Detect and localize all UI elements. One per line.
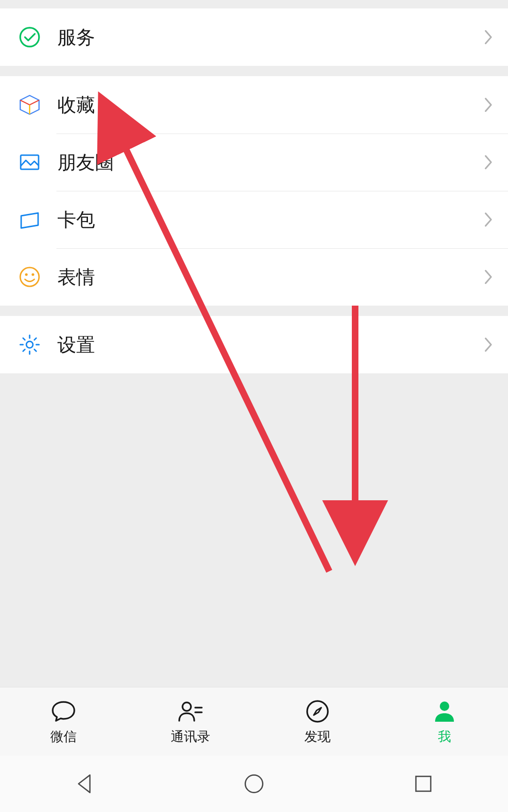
chevron-right-icon: [484, 336, 494, 354]
svg-rect-20: [416, 776, 431, 791]
person-icon: [431, 698, 458, 725]
gallery-icon: [18, 150, 41, 174]
row-cards[interactable]: 卡包: [0, 191, 508, 248]
services-icon: [18, 25, 41, 49]
row-label: 收藏: [57, 92, 484, 118]
row-moments[interactable]: 朋友圈: [0, 134, 508, 191]
wallet-icon: [18, 208, 41, 231]
nav-recent-button[interactable]: [409, 770, 437, 798]
row-services[interactable]: 服务: [0, 8, 508, 66]
svg-point-3: [25, 273, 28, 276]
tab-contacts[interactable]: 通讯录: [127, 687, 254, 756]
svg-line-10: [23, 338, 25, 340]
row-label: 服务: [57, 24, 484, 50]
svg-point-2: [20, 268, 39, 286]
svg-point-18: [440, 702, 449, 711]
row-label: 朋友圈: [57, 150, 484, 175]
emoji-icon: [18, 265, 41, 289]
row-settings[interactable]: 设置: [0, 316, 508, 373]
svg-point-19: [245, 775, 262, 792]
tab-label: 微信: [50, 728, 77, 746]
chevron-right-icon: [484, 268, 494, 286]
tab-chats[interactable]: 微信: [0, 687, 127, 756]
tab-me[interactable]: 我: [381, 687, 508, 756]
chevron-right-icon: [484, 153, 494, 171]
svg-point-4: [32, 273, 34, 276]
tab-bar: 微信 通讯录 发现 我: [0, 687, 508, 756]
section-settings: 设置: [0, 316, 508, 373]
nav-back-button[interactable]: [71, 770, 99, 798]
row-favorites[interactable]: 收藏: [0, 76, 508, 134]
tab-label: 通讯录: [171, 728, 210, 746]
svg-point-17: [307, 701, 328, 722]
content-scroll[interactable]: 服务 收藏: [0, 0, 508, 687]
section-services: 服务: [0, 8, 508, 66]
android-nav-bar: [0, 756, 508, 812]
nav-home-button[interactable]: [240, 770, 268, 798]
gear-icon: [18, 333, 41, 356]
compass-icon: [304, 698, 331, 725]
chevron-right-icon: [484, 96, 494, 114]
chevron-right-icon: [484, 211, 494, 229]
section-main: 收藏 朋友圈 卡包: [0, 76, 508, 306]
chevron-right-icon: [484, 28, 494, 46]
tab-label: 发现: [304, 728, 331, 746]
svg-line-12: [23, 349, 25, 351]
row-label: 表情: [57, 264, 484, 290]
tab-label: 我: [438, 728, 451, 746]
svg-line-11: [34, 349, 36, 351]
cube-icon: [18, 93, 41, 117]
row-stickers[interactable]: 表情: [0, 248, 508, 306]
svg-point-14: [183, 702, 191, 711]
svg-point-5: [26, 341, 33, 348]
chat-bubble-icon: [50, 698, 77, 725]
row-label: 设置: [57, 332, 484, 358]
contacts-icon: [177, 698, 204, 725]
tab-discover[interactable]: 发现: [254, 687, 381, 756]
svg-line-13: [34, 338, 36, 340]
svg-point-0: [20, 28, 39, 47]
row-label: 卡包: [57, 207, 484, 233]
